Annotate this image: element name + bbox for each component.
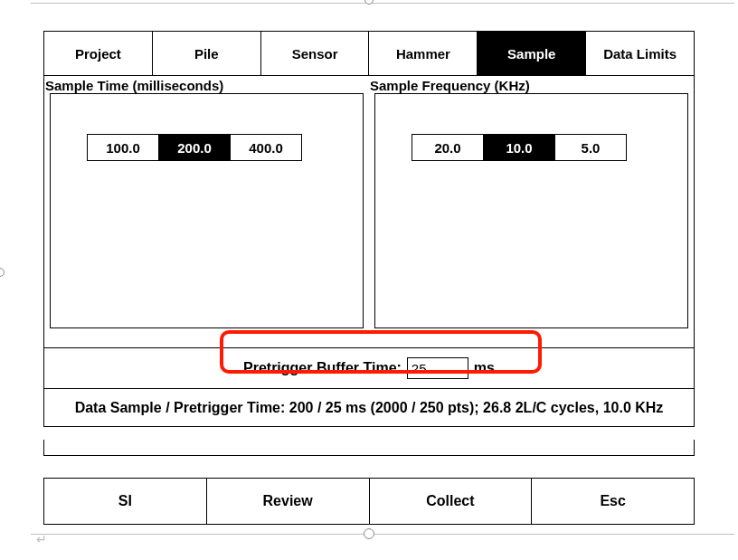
bottom-button-bar: SI Review Collect Esc	[43, 478, 695, 525]
sample-time-label: Sample Time (milliseconds)	[44, 76, 369, 93]
sample-freq-label: Sample Frequency (KHz)	[369, 76, 694, 93]
pretrigger-row: Pretrigger Buffer Time: ms	[43, 347, 695, 389]
tab-sensor[interactable]: Sensor	[261, 31, 370, 76]
tab-data-limits[interactable]: Data Limits	[586, 31, 695, 76]
page-handle-bottom[interactable]	[364, 528, 374, 539]
tab-bar: Project Pile Sensor Hammer Sample Data L…	[43, 31, 695, 76]
sample-freq-option-10[interactable]: 10.0	[483, 134, 555, 161]
sample-panel: Project Pile Sensor Hammer Sample Data L…	[43, 31, 695, 525]
review-button[interactable]: Review	[207, 478, 370, 525]
pretrigger-label: Pretrigger Buffer Time:	[243, 360, 402, 376]
group-row: Sample Time (milliseconds) 100.0 200.0 4…	[43, 76, 695, 347]
paragraph-mark-icon: ↵	[36, 532, 47, 546]
sample-time-option-200[interactable]: 200.0	[158, 134, 231, 161]
sample-time-option-100[interactable]: 100.0	[87, 134, 159, 161]
sample-freq-option-5[interactable]: 5.0	[554, 134, 627, 161]
si-button[interactable]: SI	[43, 478, 207, 525]
sample-time-option-400[interactable]: 400.0	[230, 134, 302, 161]
collect-button[interactable]: Collect	[370, 478, 533, 525]
pretrigger-input[interactable]	[407, 357, 468, 379]
tab-project[interactable]: Project	[43, 31, 153, 76]
esc-button[interactable]: Esc	[532, 478, 695, 525]
sample-freq-option-20[interactable]: 20.0	[412, 134, 484, 161]
tab-pile[interactable]: Pile	[153, 31, 261, 76]
summary-text: Data Sample / Pretrigger Time: 200 / 25 …	[43, 389, 695, 427]
page-handle-left[interactable]	[0, 268, 5, 277]
page-handle-top[interactable]	[364, 0, 374, 5]
sample-freq-group: Sample Frequency (KHz) 20.0 10.0 5.0	[369, 76, 694, 347]
spacer	[43, 440, 695, 456]
page-boundary-top	[31, 3, 734, 4]
sample-time-group: Sample Time (milliseconds) 100.0 200.0 4…	[44, 76, 369, 347]
sample-time-options: 100.0 200.0 400.0	[87, 134, 302, 161]
sample-time-box: 100.0 200.0 400.0	[50, 93, 364, 328]
sample-freq-options: 20.0 10.0 5.0	[412, 134, 627, 161]
tab-sample[interactable]: Sample	[478, 31, 586, 76]
tab-hammer[interactable]: Hammer	[369, 31, 478, 76]
page-boundary-bottom	[31, 534, 734, 535]
sample-freq-box: 20.0 10.0 5.0	[374, 93, 688, 328]
pretrigger-unit: ms	[474, 360, 495, 376]
